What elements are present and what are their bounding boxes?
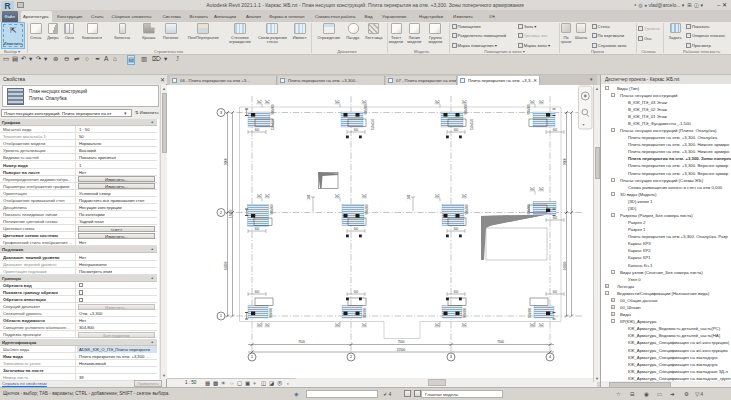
svg-text:900x900: 900x900	[527, 203, 531, 214]
svg-text:5х2: 5х2	[335, 323, 340, 327]
svg-text:600: 600	[553, 128, 558, 132]
svg-text:5х2: 5х2	[265, 194, 270, 198]
svg-text:9000: 9000	[224, 157, 228, 164]
svg-text:5х2: 5х2	[530, 100, 535, 104]
svg-text:900x900: 900x900	[463, 307, 467, 318]
svg-text:2: 2	[220, 210, 222, 214]
svg-text:600: 600	[553, 216, 558, 220]
svg-text:1: 1	[220, 314, 222, 318]
svg-text:5х2: 5х2	[462, 323, 467, 327]
svg-text:5х2: 5х2	[539, 323, 544, 327]
svg-text:7500: 7500	[298, 340, 305, 344]
svg-text:600: 600	[255, 128, 260, 132]
svg-text:900x900: 900x900	[465, 203, 469, 214]
svg-text:5х2: 5х2	[335, 194, 340, 198]
svg-text:2: 2	[350, 355, 352, 359]
svg-text:5х2: 5х2	[539, 100, 544, 104]
svg-text:900x900: 900x900	[271, 103, 275, 114]
svg-text:600: 600	[553, 290, 558, 294]
svg-text:3: 3	[450, 355, 452, 359]
svg-text:▾: ▾	[583, 122, 585, 127]
svg-text:5х2: 5х2	[362, 194, 367, 198]
svg-text:1: 1	[251, 355, 253, 359]
svg-text:7500: 7500	[398, 340, 405, 344]
svg-text:4: 4	[549, 355, 551, 359]
svg-text:5х2: 5х2	[257, 323, 262, 327]
svg-text:1500: 1500	[407, 194, 411, 200]
svg-text:600: 600	[255, 227, 260, 231]
svg-text:600: 600	[454, 290, 459, 294]
svg-text:150x150: 150x150	[371, 118, 375, 129]
svg-text:5х2: 5х2	[265, 100, 270, 104]
svg-text:900x900: 900x900	[270, 203, 274, 214]
svg-text:5х2: 5х2	[539, 187, 544, 191]
svg-text:3: 3	[220, 110, 222, 114]
svg-text:7500: 7500	[497, 340, 504, 344]
svg-text:1500: 1500	[307, 194, 311, 200]
svg-text:9000: 9000	[563, 157, 567, 164]
svg-text:600: 600	[354, 227, 359, 231]
svg-text:900x900: 900x900	[364, 103, 368, 114]
svg-text:5х2: 5х2	[335, 100, 340, 104]
svg-text:5х2: 5х2	[530, 323, 535, 327]
svg-text:900x900: 900x900	[528, 307, 532, 318]
svg-text:900x900: 900x900	[365, 203, 369, 214]
svg-text:5х2: 5х2	[462, 194, 467, 198]
svg-text:5х2: 5х2	[435, 100, 440, 104]
svg-text:900x900: 900x900	[464, 103, 468, 114]
svg-text:5х2: 5х2	[257, 194, 262, 198]
svg-text:900x900: 900x900	[527, 103, 531, 114]
svg-text:5х2: 5х2	[530, 187, 535, 191]
svg-text:900x900: 900x900	[269, 307, 273, 318]
svg-text:600: 600	[354, 128, 359, 132]
svg-text:10350: 10350	[563, 261, 567, 270]
svg-text:19350: 19350	[229, 209, 233, 218]
svg-text:600: 600	[454, 128, 459, 132]
svg-text:600: 600	[255, 290, 260, 294]
svg-text:10350: 10350	[224, 261, 228, 270]
svg-text:600: 600	[354, 290, 359, 294]
svg-text:5х2: 5х2	[435, 323, 440, 327]
svg-text:900x900: 900x900	[363, 307, 367, 318]
svg-text:150x150: 150x150	[470, 118, 474, 129]
svg-text:5х2: 5х2	[257, 100, 262, 104]
svg-text:600: 600	[454, 227, 459, 231]
svg-text:5х2: 5х2	[435, 194, 440, 198]
svg-text:5х2: 5х2	[462, 100, 467, 104]
svg-text:5х2: 5х2	[362, 100, 367, 104]
svg-text:5х2: 5х2	[362, 323, 367, 327]
svg-text:5х2: 5х2	[265, 323, 270, 327]
svg-text:22500: 22500	[397, 347, 406, 351]
